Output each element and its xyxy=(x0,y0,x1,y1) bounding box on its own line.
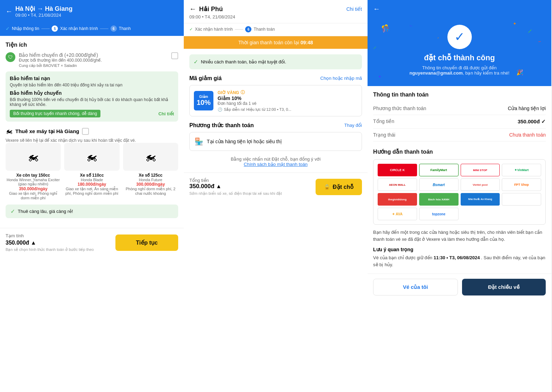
insurance-providers: Cung cấp bởi BAOVIET × Saladin xyxy=(19,63,168,68)
moto-checkbox[interactable] xyxy=(82,128,89,135)
insurance-checkbox[interactable] xyxy=(171,52,178,59)
p2-step2-num: 6 xyxy=(245,26,251,32)
total-value: 350.000đ ✓ xyxy=(517,118,546,125)
info-icon: ⓘ xyxy=(241,90,245,95)
store-aeon: AEON MALL xyxy=(378,178,417,191)
continue-button[interactable]: Tiếp tục xyxy=(115,235,178,251)
total-row: Tổng tiền 350.000đ ✓ xyxy=(373,115,546,129)
payment-method-row: Phương thức thanh toán Cửa hàng tiện lợi xyxy=(373,102,546,115)
bike3-price: 300.000đ/ngày xyxy=(123,182,178,187)
panel1-datetime: 09:00 • T4, 21/08/2024 xyxy=(15,13,73,18)
store-fpt: FPT Shop xyxy=(502,178,541,191)
store-mini-stop: MINI STOP xyxy=(461,164,500,176)
panel-3: ← 🎊 ~ / ✦ ~ ✦ 🎉 | - ✓ đặt chỗ thành công… xyxy=(368,0,551,392)
success-sub: Thông tin chuyến đi đã được gửi đến nguy… xyxy=(373,65,546,76)
moto-icon: 🏍 xyxy=(6,127,13,135)
tai-nan-desc: Quyền lợi bảo hiểm lên đến 400 triệu đồn… xyxy=(10,83,174,87)
step2-label: Xác nhận hành trình xyxy=(60,26,98,31)
pm-option: 🏪 Tại cửa hàng tiện lợi hoặc siêu thị xyxy=(189,132,362,151)
back-arrow-1[interactable]: ← xyxy=(6,7,13,15)
bike-1: 🏍 Xe côn tay 150cc Honda Winner, Yamaha … xyxy=(6,143,61,200)
thay-doi-link[interactable]: Thay đổi xyxy=(344,123,362,128)
insurance-card: Bảo hiểm tai nạn Quyền lợi bảo hiểm lên … xyxy=(6,71,178,122)
store-vinmart: ✦VinMart xyxy=(502,164,541,176)
payment-method-section: Phương thức thanh toán Thay đổi 🏪 Tại cử… xyxy=(189,122,362,151)
store-icon: 🏪 xyxy=(195,137,203,146)
bike3-perks: Phòng nghỉ dorm miễn phí, 2 chai nước kh… xyxy=(123,187,178,196)
lock-icon: 🔒 xyxy=(324,184,330,190)
panel3-header: ← xyxy=(368,0,551,18)
ve-cua-toi-button[interactable]: Vé của tôi xyxy=(373,279,458,295)
tai-nan-title: Bảo hiểm tai nạn xyxy=(10,76,174,81)
step1-check: ✓ xyxy=(6,26,10,31)
bike1-name: Xe côn tay 150cc xyxy=(6,173,61,178)
notice-text: Nhiều cách thanh toán, bảo mật tuyệt đối… xyxy=(201,59,286,64)
thue-text: Thuê càng lâu, giá càng rẻ! xyxy=(18,209,73,214)
store-ava: ✦ AVA xyxy=(378,208,417,220)
thue-badge: ✓ Thuê càng lâu, giá càng rẻ! xyxy=(6,205,178,218)
timer-value: 09:48 xyxy=(301,40,313,45)
bike1-img: 🏍 xyxy=(6,143,61,171)
moto-title: Thuê xe máy tại Hà Giang xyxy=(15,128,79,134)
dat-chieu-ve-button[interactable]: Đặt chiều về xyxy=(462,279,546,295)
insurance-item: 🛡 Bảo hiểm chuyến đi (+20.000đ/ghế) Được… xyxy=(6,52,178,68)
chi-tiet-link-1[interactable]: Chi tiết xyxy=(158,111,174,116)
panel2-price: 350.000đ ▲ xyxy=(189,183,282,190)
back-arrow-2[interactable]: ← xyxy=(189,5,196,13)
huong-dan-section: Hướng dẫn thanh toán CIRCLE K FamilyMart… xyxy=(373,148,546,268)
thue-check-icon: ✓ xyxy=(10,208,15,215)
bike-2: 🏍 Xe số 110cc Honda Blade 180.000đ/ngày … xyxy=(64,143,119,200)
tong-tien-label: Tổng tiền xyxy=(189,178,282,183)
store-topzone: topzone xyxy=(419,208,459,220)
panel2-steps: ✓ Xác nhận hành trình —— 6 Thanh toán xyxy=(184,23,368,36)
timer-bar: Thời gian thanh toán còn lại 09:48 xyxy=(184,36,368,49)
step3-circle: 6 xyxy=(111,25,117,32)
store-circle-k: CIRCLE K xyxy=(378,164,417,176)
discount-card: Giảm 10% GIỜ VÀNG ⓘ Giảm 10% Đơn hàng tố… xyxy=(189,85,362,116)
panel2-footer-note: Sớm nhận biển số xe, số điện thoại tài x… xyxy=(189,191,282,196)
panel1-route: Hà Nội → Hà Giang xyxy=(15,5,73,13)
huong-dan-desc: Bạn hãy đến một trong các cửa hàng hoặc … xyxy=(373,229,546,243)
insurance-title: Bảo hiểm chuyến đi (+20.000đ/ghế) xyxy=(19,52,168,58)
payment-notice: ✓ Nhiều cách thanh toán, bảo mật tuyệt đ… xyxy=(189,54,362,69)
chi-tiet-link-2[interactable]: Chi tiết xyxy=(346,6,362,12)
store-empty xyxy=(502,193,541,206)
tien-ich-title: Tiện ích xyxy=(6,41,178,48)
notice-check-icon: ✓ xyxy=(194,59,198,65)
p2-step2-label: Thanh toán xyxy=(254,27,275,32)
panel1-body: Tiện ích 🛡 Bảo hiểm chuyến đi (+20.000đ/… xyxy=(0,36,184,228)
panel2-header: ← Hải Phú Chi tiết 09:00 • T4, 21/08/202… xyxy=(184,0,368,23)
panel1-steps: ✓ Nhập thông tin —— 5 Xác nhận hành trìn… xyxy=(0,23,184,36)
bike3-model: Honda Future xyxy=(123,178,178,182)
panel3-footer: Vé của tôi Đặt chiều về xyxy=(368,274,551,300)
discount-section: Mã giảm giá Chọn hoặc nhập mã Giảm 10% G… xyxy=(189,75,362,116)
panel2-footer: Tổng tiền 350.000đ ▲ Sớm nhận biển số xe… xyxy=(184,172,368,201)
chinh-sach-link[interactable]: Chính sách bảo mật thanh toán xyxy=(244,162,308,167)
bike2-img: 🏍 xyxy=(64,143,119,171)
success-area: 🎊 ~ / ✦ ~ ✦ 🎉 | - ✓ đặt chỗ thành công T… xyxy=(368,18,551,86)
chon-ma-link[interactable]: Chọn hoặc nhập mã xyxy=(320,76,362,81)
pm-option-text: Tại cửa hàng tiện lợi hoặc siêu thị xyxy=(207,139,282,144)
store-an-khang: Nhà thuốc An Khang xyxy=(461,193,500,206)
success-title: đặt chỗ thành công xyxy=(373,53,546,62)
bike3-name: Xe số 125cc xyxy=(123,173,178,178)
moto-desc: Vexere sẽ liên hệ lại để xác nhận dịch v… xyxy=(6,138,178,143)
step1-label: Nhập thông tin xyxy=(12,26,39,31)
huy-chuyen-desc: Bồi thường 100% tiền vé nếu chuyến đi bị… xyxy=(10,97,174,107)
discount-card-title: Giảm 10% xyxy=(218,95,357,101)
bike1-model: Honda Winner, Yamaha Exciter (giao ngẫu … xyxy=(6,178,61,186)
back-arrow-3[interactable]: ← xyxy=(373,5,380,13)
payment-info-section: Thông tin thanh toán Phương thức thanh t… xyxy=(373,92,546,141)
huong-dan-title: Hướng dẫn thanh toán xyxy=(373,148,546,155)
dat-cho-button[interactable]: 🔒 Đặt chỗ xyxy=(316,179,362,195)
luu-y-title: Lưu ý quan trọng xyxy=(373,247,546,252)
status-row: Trạng thái Chưa thanh toán xyxy=(373,129,546,141)
luu-y-desc: Vé của bạn chỉ được giữ đến 11:30 • T3, … xyxy=(373,254,546,268)
bike-3: 🏍 Xe số 125cc Honda Future 300.000đ/ngày… xyxy=(123,143,178,200)
store-bsmart: Bsmart xyxy=(419,178,459,191)
bike2-price: 180.000đ/ngày xyxy=(64,182,119,187)
discount-badge: Giảm 10% xyxy=(194,91,213,110)
panel1-price: 350.000đ ▲ xyxy=(6,240,94,246)
panel-1: ← Hà Nội → Hà Giang 09:00 • T4, 21/08/20… xyxy=(0,0,184,392)
panel-2: ← Hải Phú Chi tiết 09:00 • T4, 21/08/202… xyxy=(184,0,368,392)
